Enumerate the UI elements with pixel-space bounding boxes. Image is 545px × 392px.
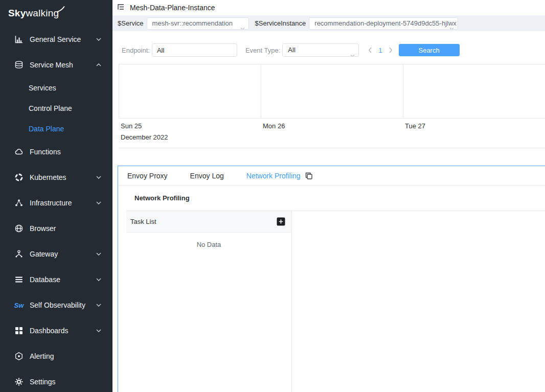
sidebar-item-label: Settings	[30, 378, 56, 386]
logo-text-sky: Sky	[8, 8, 26, 19]
instance-variable-label: $ServiceInstance	[255, 19, 306, 27]
task-list-panel: Task List No Data	[126, 211, 292, 392]
service-select-value: mesh-svr::recommendation	[152, 19, 233, 27]
sidebar-item-browser[interactable]: Browser	[0, 216, 112, 241]
service-select[interactable]: mesh-svr::recommendation	[147, 17, 249, 30]
cloud-icon	[14, 147, 24, 156]
previous-page-icon[interactable]	[368, 47, 372, 53]
sidebar-item-label: General Service	[30, 35, 81, 43]
sidebar-item-label: Service Mesh	[30, 61, 73, 69]
sw-logo-icon: Sw	[14, 301, 24, 310]
chevron-down-icon	[96, 278, 101, 281]
service-instance-select[interactable]: recommendation-deployment-5749d9dc55-hjl…	[309, 17, 458, 30]
nodes-icon	[14, 198, 24, 207]
widget-tabs: Envoy Proxy Envoy Log Network Profiling	[118, 166, 545, 186]
service-instance-select-value: recommendation-deployment-5749d9dc55-hjl…	[314, 19, 457, 27]
tab-envoy-log[interactable]: Envoy Log	[190, 172, 224, 180]
network-profiling-widget: Network Profiling Task List No Data	[126, 186, 545, 392]
chevron-down-icon	[96, 329, 101, 332]
endpoint-label: Endpoint:	[122, 47, 150, 54]
add-task-icon[interactable]	[277, 217, 285, 226]
sidebar-item-label: Infrastructure	[30, 199, 72, 207]
sidebar-item-label-active: Data Plane	[29, 125, 64, 133]
bar-chart-icon	[14, 35, 24, 44]
sidebar-item-services[interactable]: Services	[0, 78, 112, 98]
calendar-day-label: Tue 27	[403, 121, 545, 144]
sidebar-item-label: Dashboards	[30, 327, 69, 335]
calendar-day-label: Mon 26	[261, 121, 403, 144]
calendar-cell-tue-27[interactable]	[403, 64, 545, 118]
calendar-month-label: December 2022	[121, 131, 261, 144]
content-area: Endpoint: Event Type: All 1 Search	[112, 31, 545, 392]
calendar-cell-mon-26[interactable]	[261, 64, 403, 118]
current-page-number[interactable]: 1	[378, 47, 382, 54]
sidebar-item-label: Gateway	[30, 250, 58, 258]
event-filter-row: Endpoint: Event Type: All 1 Search	[122, 43, 545, 57]
event-type-label: Event Type:	[245, 47, 280, 54]
event-type-select-value: All	[288, 46, 295, 54]
widget-panel: Envoy Proxy Envoy Log Network Profiling …	[118, 166, 545, 392]
tab-network-profiling[interactable]: Network Profiling	[246, 172, 301, 180]
no-data-text: No Data	[197, 241, 221, 248]
sidebar-item-kubernetes[interactable]: Kubernetes	[0, 165, 112, 190]
sidebar-item-self-observability[interactable]: Sw Self Observability	[0, 292, 112, 318]
sidebar-item-data-plane[interactable]: Data Plane	[0, 119, 112, 139]
dashboard-template-icon	[117, 3, 125, 13]
logo-swoosh-icon	[57, 6, 65, 15]
sidebar-item-control-plane[interactable]: Control Plane	[0, 98, 112, 119]
sidebar-item-dashboards[interactable]: Dashboards	[0, 318, 112, 343]
stack-icon	[14, 60, 24, 70]
sidebar-item-label: Browser	[30, 224, 56, 233]
task-detail-area	[292, 211, 545, 392]
widget-section-title: Network Profiling	[126, 186, 545, 211]
event-type-select[interactable]: All	[282, 43, 359, 57]
sidebar-item-settings[interactable]: Settings	[0, 369, 112, 392]
chevron-down-icon	[96, 252, 101, 256]
search-button[interactable]: Search	[399, 44, 460, 56]
task-list-body: No Data	[126, 233, 291, 392]
hexagon-alert-icon	[14, 352, 24, 361]
sidebar-item-database[interactable]: Database	[0, 267, 112, 292]
copy-icon[interactable]	[305, 172, 313, 180]
sidebar-item-label: Alerting	[30, 352, 54, 360]
globe-icon	[14, 224, 24, 233]
tab-envoy-proxy[interactable]: Envoy Proxy	[127, 172, 168, 180]
sidebar-nav: General Service Service Mesh Services Co…	[0, 27, 112, 392]
app: Skywalking General Service Service Mesh …	[0, 0, 545, 392]
chevron-up-icon	[96, 63, 101, 66]
skywalking-logo[interactable]: Skywalking	[0, 0, 112, 27]
page-title: Mesh-Data-Plane-Instance	[130, 4, 215, 12]
chevron-down-icon	[350, 49, 355, 57]
main-area: Mesh-Data-Plane-Instance $Service mesh-s…	[112, 0, 545, 392]
sidebar-item-general-service[interactable]: General Service	[0, 27, 112, 52]
segmented-circle-icon	[14, 173, 24, 182]
sidebar-item-functions[interactable]: Functions	[0, 139, 112, 165]
logo-text-walking: walking	[26, 8, 59, 19]
calendar-labels: Sun 25 December 2022 Mon 26 Tue 27	[119, 119, 545, 148]
task-list-header: Task List	[126, 211, 291, 233]
sidebar-item-label: Self Observability	[30, 301, 85, 309]
sidebar-item-label: Database	[30, 275, 60, 284]
sidebar-item-label: Functions	[30, 148, 61, 156]
sidebar-item-service-mesh[interactable]: Service Mesh	[0, 52, 112, 78]
variables-toolbar: $Service mesh-svr::recommendation $Servi…	[112, 15, 545, 31]
next-page-icon[interactable]	[389, 47, 393, 53]
endpoint-input[interactable]	[152, 43, 237, 57]
grid-icon	[14, 326, 24, 335]
sidebar: Skywalking General Service Service Mesh …	[0, 0, 112, 392]
sidebar-item-label: Control Plane	[29, 104, 72, 112]
calendar-cell-sun-25[interactable]	[119, 64, 261, 118]
chevron-down-icon	[96, 304, 101, 307]
calendar-day-label: Sun 25 December 2022	[119, 121, 261, 144]
service-variable-label: $Service	[118, 19, 144, 27]
chevron-down-icon	[449, 22, 454, 30]
sidebar-item-alerting[interactable]: Alerting	[0, 343, 112, 369]
chevron-down-icon	[96, 38, 101, 41]
sidebar-item-infrastructure[interactable]: Infrastructure	[0, 190, 112, 216]
network-tree-icon	[14, 249, 24, 259]
network-profiling-body: Task List No Data	[126, 211, 545, 392]
task-list-title: Task List	[130, 218, 156, 225]
sidebar-item-gateway[interactable]: Gateway	[0, 241, 112, 267]
calendar-cells	[119, 64, 545, 119]
list-icon	[14, 275, 24, 284]
